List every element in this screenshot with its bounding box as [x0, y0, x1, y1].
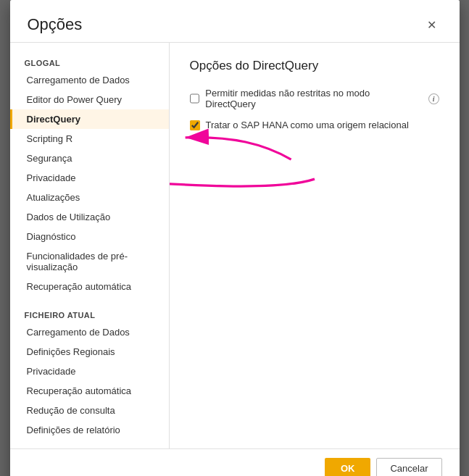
- ok-button[interactable]: OK: [325, 458, 371, 476]
- sidebar-item-privacidade[interactable]: Privacidade: [10, 168, 169, 188]
- cancel-button[interactable]: Cancelar: [376, 458, 441, 476]
- sidebar-item-dados-utilizacao[interactable]: Dados de Utilização: [10, 207, 169, 227]
- sidebar-item-definicoes-regionais[interactable]: Definições Regionais: [10, 342, 169, 362]
- sidebar-item-file-carregamento[interactable]: Carregamento de Dados: [10, 322, 169, 342]
- sidebar: GLOGAL Carregamento de DadosEditor do Po…: [10, 43, 170, 448]
- dialog-header: Opções ✕: [10, 0, 460, 42]
- sidebar-item-directquery[interactable]: DirectQuery: [10, 109, 169, 129]
- sidebar-item-file-recuperacao[interactable]: Recuperação automática: [10, 381, 169, 401]
- dialog-footer: OK Cancelar: [10, 448, 460, 476]
- sidebar-item-file-privacidade[interactable]: Privacidade: [10, 362, 169, 381]
- file-section-label: FICHEIRO ATUAL: [10, 304, 169, 322]
- main-content: Opções do DirectQuery Permitir medidas n…: [170, 43, 460, 448]
- sidebar-item-seguranca[interactable]: Segurança: [10, 149, 169, 168]
- dialog-body: GLOGAL Carregamento de DadosEditor do Po…: [10, 42, 460, 448]
- sidebar-item-reducao-consulta[interactable]: Redução de consulta: [10, 401, 169, 420]
- sidebar-file-items: Carregamento de DadosDefinições Regionai…: [10, 322, 169, 440]
- close-button[interactable]: ✕: [422, 14, 442, 35]
- options-dialog: Opções ✕ GLOGAL Carregamento de DadosEdi…: [10, 0, 460, 476]
- sidebar-item-carregamento-dados[interactable]: Carregamento de Dados: [10, 70, 169, 90]
- dialog-title: Opções: [28, 15, 83, 34]
- sidebar-global-items: Carregamento de DadosEditor do Power Que…: [10, 70, 169, 296]
- checkbox-opt-medidas[interactable]: [190, 93, 200, 104]
- global-section-label: GLOGAL: [10, 51, 169, 70]
- sidebar-item-atualizacoes[interactable]: Atualizações: [10, 188, 169, 207]
- sidebar-item-editor-power-query[interactable]: Editor do Power Query: [10, 90, 169, 109]
- sidebar-item-diagnostico[interactable]: Diagnóstico: [10, 227, 169, 246]
- section-title: Opções do DirectQuery: [190, 59, 439, 73]
- option-row-opt-sap: Tratar o SAP HANA como uma origem relaci…: [190, 120, 439, 130]
- option-row-opt-medidas: Permitir medidas não restritas no modo D…: [190, 88, 439, 109]
- checkbox-opt-sap[interactable]: [190, 120, 200, 130]
- option-label-opt-sap: Tratar o SAP HANA como uma origem relaci…: [206, 120, 409, 130]
- options-list: Permitir medidas não restritas no modo D…: [190, 88, 439, 130]
- sidebar-item-definicoes-relatorio[interactable]: Definições de relatório: [10, 420, 169, 440]
- sidebar-item-funcionalidades[interactable]: Funcionalidades de pré-visualização: [10, 246, 169, 277]
- info-icon-opt-medidas[interactable]: i: [428, 93, 439, 104]
- option-label-opt-medidas: Permitir medidas não restritas no modo D…: [205, 88, 419, 109]
- sidebar-item-scripting-r[interactable]: Scripting R: [10, 129, 169, 149]
- sidebar-item-recuperacao-global[interactable]: Recuperação automática: [10, 277, 169, 296]
